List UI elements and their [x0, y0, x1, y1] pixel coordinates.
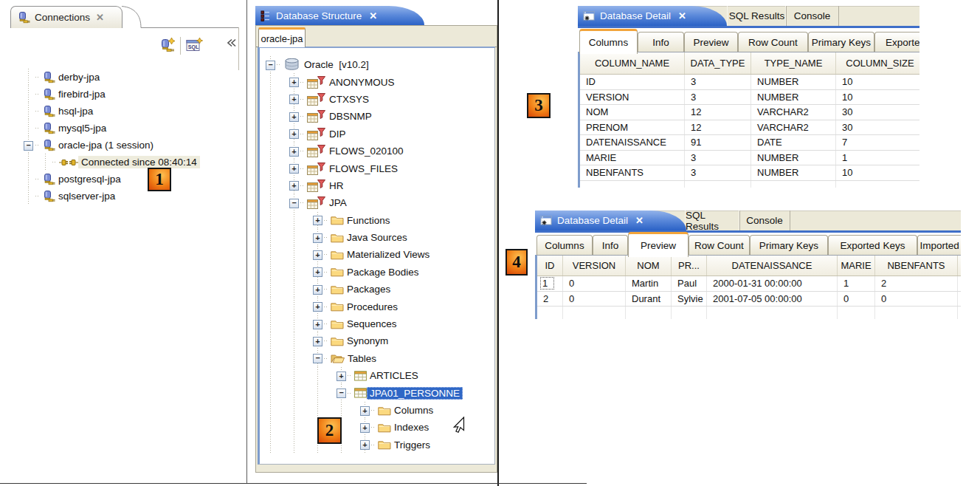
tree-item-flows-files[interactable]: +FLOWS_FILES — [264, 160, 463, 177]
expander-plus-icon[interactable]: + — [289, 164, 299, 174]
tab-console[interactable]: Console — [739, 211, 790, 230]
tree-item-ctxsys[interactable]: +CTXSYS — [264, 91, 463, 108]
tree-item-dip[interactable]: +DIP — [264, 126, 463, 143]
table-row[interactable]: VERSION3NUMBER10 — [580, 90, 919, 106]
tree-item-postgresql-jpa[interactable]: postgresql-jpa — [22, 171, 200, 188]
expander-icon[interactable]: + — [311, 229, 324, 246]
expander-minus-icon[interactable]: − — [337, 389, 346, 398]
expander-icon[interactable]: + — [311, 281, 324, 298]
expander-minus-icon[interactable]: − — [24, 141, 33, 151]
tab-database-detail[interactable]: Database Detail✕ — [578, 6, 727, 26]
tree-item-flows-020100[interactable]: +FLOWS_020100 — [264, 143, 463, 160]
expander-icon[interactable]: + — [359, 437, 371, 454]
tree-item-anonymous[interactable]: +ANONYMOUS — [264, 73, 463, 90]
subtab-row-count[interactable]: Row Count — [689, 235, 750, 255]
new-connection-button[interactable] — [159, 37, 176, 53]
expander-plus-icon[interactable]: + — [360, 440, 370, 450]
table-row[interactable]: NBENFANTS3NUMBER10 — [580, 165, 919, 181]
expander-icon[interactable]: + — [288, 91, 300, 108]
toolbar-overflow-icon[interactable] — [227, 37, 238, 49]
subtab-preview[interactable]: Preview — [684, 32, 738, 52]
tree-item-synonym[interactable]: +Synonym — [264, 332, 463, 349]
tree-item-indexes[interactable]: +Indexes — [264, 419, 463, 436]
expander-icon[interactable]: + — [311, 264, 324, 281]
expander-plus-icon[interactable]: + — [313, 216, 322, 225]
tree-item-sqlserver-jpa[interactable]: sqlserver-jpa — [22, 188, 200, 205]
tree-item-oracle-jpa-1-session[interactable]: −oracle-jpa (1 session) — [22, 137, 200, 154]
expander-icon[interactable]: + — [288, 177, 300, 194]
expander-plus-icon[interactable]: + — [360, 423, 370, 433]
column-header-nbenfants[interactable]: NBENFANTS — [875, 256, 958, 275]
tree-item-materialized-views[interactable]: +Materialized Views — [264, 246, 463, 263]
column-header-pr[interactable]: PR... — [672, 256, 707, 275]
subtab-exported-keys[interactable]: Exported Keys — [874, 32, 919, 52]
subtab-exported-keys[interactable]: Exported Keys — [828, 235, 917, 255]
expander-icon[interactable]: − — [335, 384, 348, 401]
table-row[interactable]: ID3NUMBER10 — [580, 75, 919, 90]
expander-plus-icon[interactable]: + — [289, 95, 299, 104]
tree-item-articles[interactable]: +ARTICLES — [264, 367, 463, 384]
column-header-nom[interactable]: NOM — [626, 256, 672, 275]
expander-icon[interactable]: + — [288, 108, 300, 125]
expander-icon[interactable]: + — [288, 126, 300, 143]
expander-icon[interactable]: + — [311, 332, 324, 349]
close-icon[interactable]: ✕ — [369, 10, 377, 21]
tab-oracle-jpa[interactable]: oracle-jpa — [258, 27, 306, 47]
expander-icon[interactable]: − — [288, 194, 300, 211]
column-header-column-name[interactable]: COLUMN_NAME — [580, 52, 685, 74]
new-sql-editor-button[interactable]: SQL — [186, 37, 204, 53]
column-header-version[interactable]: VERSION — [563, 256, 626, 275]
table-row[interactable]: 10MartinPaul2000-01-31 00:00:0012 — [537, 276, 961, 292]
column-header-type-name[interactable]: TYPE_NAME — [751, 52, 836, 74]
table-row[interactable]: NOM12VARCHAR230 — [580, 105, 919, 120]
expander-icon[interactable]: − — [264, 56, 277, 73]
tab-sql-results[interactable]: SQL Results — [727, 6, 787, 26]
tree-item-procedures[interactable]: +Procedures — [264, 298, 463, 315]
subtab-info[interactable]: Info — [593, 235, 628, 255]
close-icon[interactable]: ✕ — [96, 12, 104, 23]
expander-plus-icon[interactable]: + — [313, 233, 322, 243]
subtab-primary-keys[interactable]: Primary Keys — [750, 235, 828, 255]
subtab-info[interactable]: Info — [638, 32, 684, 52]
expander-plus-icon[interactable]: + — [289, 181, 299, 191]
table-row[interactable]: 20DurantSylvie2001-07-05 00:00:0000 — [537, 292, 961, 307]
subtab-row-count[interactable]: Row Count — [738, 32, 808, 52]
table-row[interactable]: MARIE3NUMBER1 — [580, 151, 919, 166]
tree-item-tables[interactable]: −Tables — [264, 350, 463, 367]
tree-item-jpa01-personne[interactable]: −JPA01_PERSONNE — [264, 384, 463, 401]
table-row[interactable]: DATENAISSANCE91DATE7 — [580, 135, 919, 151]
tree-item-columns[interactable]: +Columns — [264, 402, 463, 419]
expander-plus-icon[interactable]: + — [313, 320, 322, 329]
subtab-imported-keys[interactable]: Imported Keys — [917, 235, 961, 255]
tree-item-mysql5-jpa[interactable]: mysql5-jpa — [22, 120, 200, 137]
subtab-primary-keys[interactable]: Primary Keys — [808, 32, 874, 52]
column-header-datenaissance[interactable]: DATENAISSANCE — [707, 256, 838, 275]
expander-plus-icon[interactable]: + — [313, 267, 322, 277]
tab-connections[interactable]: Connections ✕ — [10, 6, 122, 28]
column-header-data-type[interactable]: DATA_TYPE — [685, 52, 751, 74]
expander-plus-icon[interactable]: + — [313, 285, 322, 295]
tab-sql-results[interactable]: SQL Results — [685, 211, 740, 230]
expander-icon[interactable]: + — [311, 298, 324, 315]
tree-item-connected-since-08-40-14[interactable]: Connected since 08:40:14 — [22, 154, 200, 171]
tree-item-hsql-jpa[interactable]: hsql-jpa — [22, 103, 200, 120]
tree-item-java-sources[interactable]: +Java Sources — [264, 229, 463, 246]
tree-item-hr[interactable]: +HR — [264, 177, 463, 194]
expander-plus-icon[interactable]: + — [289, 78, 299, 87]
column-header-column-size[interactable]: COLUMN_SIZE — [836, 52, 919, 74]
tree-item-sequences[interactable]: +Sequences — [264, 315, 463, 332]
expander-icon[interactable]: + — [311, 212, 324, 229]
tree-item-packages[interactable]: +Packages — [264, 281, 463, 298]
expander-icon[interactable]: − — [22, 137, 35, 154]
expander-plus-icon[interactable]: + — [313, 302, 322, 312]
expander-plus-icon[interactable]: + — [289, 147, 299, 157]
expander-icon[interactable]: + — [288, 73, 300, 90]
expander-minus-icon[interactable]: − — [266, 61, 275, 70]
expander-icon[interactable]: + — [311, 246, 324, 263]
expander-plus-icon[interactable]: + — [289, 112, 299, 122]
tree-item-oracle-v10-2[interactable]: −Oracle [v10.2] — [264, 56, 463, 73]
expander-icon[interactable]: + — [335, 367, 348, 384]
expander-icon[interactable]: + — [311, 315, 324, 332]
expander-icon[interactable]: + — [288, 160, 300, 177]
expander-plus-icon[interactable]: + — [337, 372, 346, 381]
